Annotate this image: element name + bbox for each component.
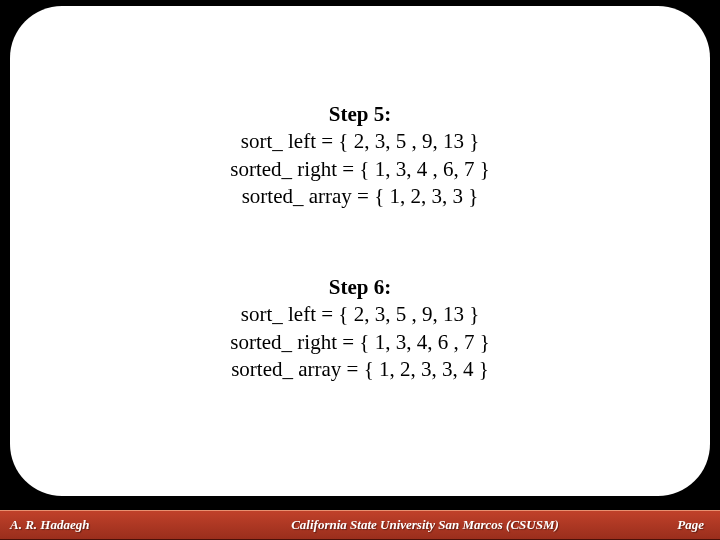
step5-title: Step 5: bbox=[10, 101, 710, 128]
slide-content: Step 5: sort_ left = { 2, 3, 5 , 9, 13 }… bbox=[10, 101, 710, 383]
slide-card: Step 5: sort_ left = { 2, 3, 5 , 9, 13 }… bbox=[10, 6, 710, 496]
spacer bbox=[10, 210, 710, 274]
step5-line1: sort_ left = { 2, 3, 5 , 9, 13 } bbox=[10, 128, 710, 155]
step5-line3: sorted_ array = { 1, 2, 3, 3 } bbox=[10, 183, 710, 210]
step6-title: Step 6: bbox=[10, 274, 710, 301]
step6-line2: sorted_ right = { 1, 3, 4, 6 , 7 } bbox=[10, 329, 710, 356]
footer-institution: California State University San Marcos (… bbox=[200, 517, 650, 533]
step6-line3: sorted_ array = { 1, 2, 3, 3, 4 } bbox=[10, 356, 710, 383]
footer-author: A. R. Hadaegh bbox=[0, 517, 200, 533]
footer-page-label: Page bbox=[650, 517, 720, 533]
step6-line1: sort_ left = { 2, 3, 5 , 9, 13 } bbox=[10, 301, 710, 328]
step5-line2: sorted_ right = { 1, 3, 4 , 6, 7 } bbox=[10, 156, 710, 183]
footer-bar: A. R. Hadaegh California State Universit… bbox=[0, 510, 720, 540]
